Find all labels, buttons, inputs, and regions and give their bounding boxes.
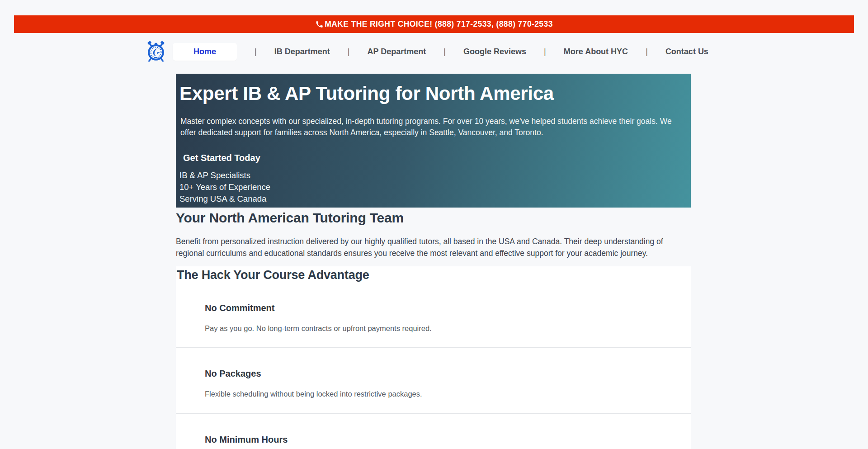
advantage-item-no-commitment: No Commitment Pay as you go. No long-ter… [176,282,691,348]
advantage-section-title: The Hack Your Course Advantage [176,267,691,282]
hero-description: Master complex concepts with our special… [180,116,675,139]
hero-section: Expert IB & AP Tutoring for North Americ… [176,74,691,208]
nav-item-google-reviews[interactable]: Google Reviews [463,47,526,57]
hero-bullet: IB & AP Specialists [179,170,682,181]
phone-icon [315,20,324,28]
team-section: Your North American Tutoring Team Benefi… [176,210,693,259]
nav-item-ap-department[interactable]: AP Department [368,47,426,57]
get-started-button[interactable]: Get Started Today [183,153,260,163]
nav-item-ib-department[interactable]: IB Department [274,47,330,57]
nav-item-more-about-hyc[interactable]: More About HYC [564,47,628,57]
hero-bullet: 10+ Years of Experience [179,181,682,193]
advantage-item-no-minimum-hours: No Minimum Hours Book sessions for exact… [176,414,691,449]
advantage-item-description: Flexible scheduling without being locked… [205,389,691,399]
nav-separator: | [255,47,257,57]
stopwatch-logo-icon [146,40,166,63]
nav-item-contact-us[interactable]: Contact Us [665,47,708,57]
advantage-item-title: No Commitment [205,303,691,313]
nav-separator: | [544,47,546,57]
advantage-item-title: No Packages [205,369,691,379]
hyc-logo[interactable] [146,40,166,63]
advantage-item-no-packages: No Packages Flexible scheduling without … [176,348,691,413]
nav-item-home[interactable]: Home [173,43,237,61]
hero-title: Expert IB & AP Tutoring for North Americ… [179,82,682,105]
nav-separator: | [443,47,446,57]
team-section-title: Your North American Tutoring Team [176,210,693,226]
nav-separator: | [348,47,350,57]
hero-bullet: Serving USA & Canada [179,193,682,205]
banner-text: MAKE THE RIGHT CHOICE! (888) 717-2533, (… [325,19,553,29]
phone-banner: MAKE THE RIGHT CHOICE! (888) 717-2533, (… [14,15,854,33]
main-navbar: Home | IB Department | AP Department | G… [146,40,708,63]
advantage-item-title: No Minimum Hours [205,435,691,445]
advantage-item-description: Pay as you go. No long-term contracts or… [205,324,691,333]
advantage-section: The Hack Your Course Advantage No Commit… [176,266,691,449]
hero-bullet-list: IB & AP Specialists 10+ Years of Experie… [179,170,682,205]
team-section-description: Benefit from personalized instruction de… [176,236,678,259]
nav-links: Home | IB Department | AP Department | G… [173,43,708,61]
nav-separator: | [646,47,648,57]
